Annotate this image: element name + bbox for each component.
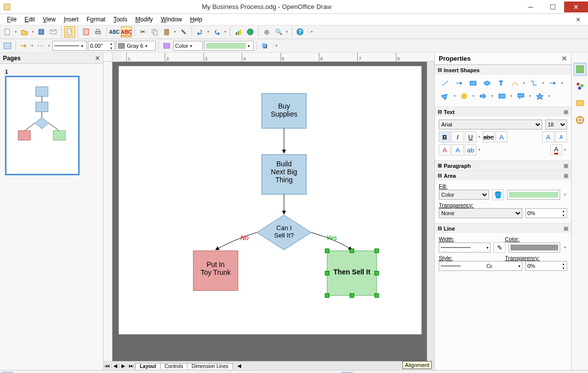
underline-button[interactable]: U [465, 131, 477, 142]
format-paintbrush-button[interactable] [178, 26, 189, 37]
lines-arrows-tool[interactable] [546, 78, 559, 89]
rectangle-tool[interactable] [467, 78, 480, 89]
tab-nav-last[interactable]: ⏭ [127, 363, 135, 369]
superscript-button[interactable]: A [439, 144, 451, 155]
vertical-scrollbar[interactable] [427, 62, 434, 361]
line-width-combo[interactable]: ▾ [439, 243, 490, 252]
navigator-button[interactable]: ◎ [261, 26, 272, 37]
paste-dropdown[interactable]: ▾ [173, 30, 177, 34]
undo-dropdown[interactable]: ▾ [206, 30, 210, 34]
callouts-tool[interactable] [514, 91, 527, 102]
new-doc-button[interactable] [2, 26, 13, 37]
highlight-button[interactable]: ab [465, 144, 477, 155]
print-button[interactable] [93, 26, 103, 37]
line-more-icon[interactable]: ▣ [564, 226, 568, 231]
menu-tools[interactable]: Tools [109, 15, 131, 24]
open-dropdown[interactable]: ▾ [31, 30, 35, 34]
fill-bucket-icon[interactable]: 🪣 [492, 189, 504, 200]
menu-close-icon[interactable]: ✕ [572, 16, 585, 23]
fill-type-combo[interactable]: Color [439, 190, 489, 200]
maximize-button[interactable]: ☐ [542, 1, 564, 12]
sidebar-tab-gallery[interactable] [574, 97, 587, 110]
text-section-more-icon[interactable]: ▣ [564, 109, 568, 115]
ellipse-tool[interactable] [481, 78, 493, 89]
subscript-button[interactable]: A [452, 144, 464, 155]
section-paragraph[interactable]: Paragraph [444, 163, 471, 169]
strikethrough-button[interactable]: abc [483, 131, 494, 142]
line-color-pencil-icon[interactable]: ✎ [493, 242, 505, 253]
menu-insert[interactable]: Insert [60, 15, 83, 24]
document-viewport[interactable]: BuySupplies BuildNext BigThing Can ISell… [112, 62, 434, 361]
area-more-icon[interactable]: ▣ [564, 173, 568, 178]
sidebar-tab-styles[interactable] [574, 80, 587, 93]
edit-file-button[interactable] [64, 26, 75, 37]
font-size-combo[interactable]: 18 [545, 120, 567, 129]
zoom-dropdown[interactable]: ▾ [285, 30, 289, 34]
bold-button[interactable]: B [439, 131, 451, 142]
line-style-combo[interactable]: ▾ [52, 41, 87, 51]
line-style-icon[interactable] [35, 40, 46, 51]
section-line[interactable]: Line [444, 226, 455, 232]
italic-button[interactable]: I [452, 131, 464, 142]
help-button[interactable]: ? [294, 26, 305, 37]
menu-modify[interactable]: Modify [131, 15, 157, 24]
hyperlink-button[interactable] [245, 26, 256, 37]
new-doc-dropdown[interactable]: ▾ [14, 30, 18, 34]
connector-tool[interactable] [527, 78, 540, 89]
toolbar2-overflow[interactable]: ▾ [273, 44, 279, 48]
chart-button[interactable] [233, 26, 244, 37]
line-style-dropdown-icon[interactable]: ▾ [47, 44, 51, 48]
tab-nav-prev[interactable]: ◀ [111, 363, 119, 369]
area-fill-type-combo[interactable]: Color▾ [173, 41, 203, 51]
close-button[interactable]: ✕ [564, 1, 588, 12]
font-color-button[interactable]: A [550, 144, 562, 155]
section-text[interactable]: Text [444, 109, 455, 115]
styles-button[interactable] [2, 40, 13, 51]
paste-button[interactable] [161, 26, 172, 37]
arrow-tool[interactable] [453, 78, 466, 89]
menu-format[interactable]: Format [83, 15, 109, 24]
tab-nav-first[interactable]: ⏮ [103, 363, 111, 369]
copy-button[interactable] [149, 26, 160, 37]
fill-color-combo[interactable] [507, 190, 560, 200]
line-width-input[interactable]: ▴▾ [88, 41, 115, 51]
cut-button[interactable]: ✂ [137, 26, 148, 37]
increase-font-button[interactable]: A [542, 131, 554, 142]
text-tool[interactable]: T [494, 78, 507, 89]
page-thumbnail[interactable] [5, 76, 80, 175]
decrease-font-button[interactable]: A [555, 131, 567, 142]
menu-window[interactable]: Window [157, 15, 186, 24]
spellcheck-button[interactable]: ABC [109, 26, 120, 37]
line-color-combo[interactable] [508, 243, 560, 252]
arrow-style-dropdown[interactable]: ▾ [30, 44, 34, 48]
transparency-value-input[interactable]: ▴▾ [525, 208, 567, 218]
line-style-combo[interactable]: Cc▾ [439, 261, 522, 271]
area-fill-color-combo[interactable]: ▾ [204, 41, 254, 51]
sidebar-tab-properties[interactable] [574, 63, 587, 76]
section-area[interactable]: Area [444, 173, 456, 179]
line-color-combo[interactable]: Gray 6▾ [116, 41, 156, 51]
save-button[interactable] [36, 26, 47, 37]
autospell-button[interactable]: ABC [121, 26, 132, 37]
menu-view[interactable]: View [39, 15, 60, 24]
undo-button[interactable] [195, 26, 205, 37]
menu-file[interactable]: File [3, 15, 20, 24]
arrow-style-button[interactable] [18, 40, 29, 51]
block-arrows-tool[interactable] [477, 91, 490, 102]
shadow-button[interactable] [259, 40, 270, 51]
tab-layout[interactable]: Layout [135, 363, 161, 369]
tab-dimension-lines[interactable]: Dimension Lines [187, 363, 233, 369]
redo-dropdown[interactable]: ▾ [223, 30, 227, 34]
sidebar-tab-navigator[interactable] [574, 114, 587, 126]
menu-edit[interactable]: Edit [20, 15, 39, 24]
shadow-text-button[interactable]: A [495, 131, 507, 142]
stars-tool[interactable] [533, 91, 546, 102]
minimize-button[interactable]: ─ [519, 1, 542, 12]
redo-button[interactable] [211, 26, 222, 37]
symbol-shapes-tool[interactable] [458, 91, 471, 102]
pages-panel-close-icon[interactable]: ✕ [95, 55, 100, 62]
open-button[interactable] [19, 26, 30, 37]
area-button[interactable] [161, 40, 172, 51]
menu-help[interactable]: Help [186, 15, 206, 24]
transparency-type-combo[interactable]: None [439, 208, 522, 218]
